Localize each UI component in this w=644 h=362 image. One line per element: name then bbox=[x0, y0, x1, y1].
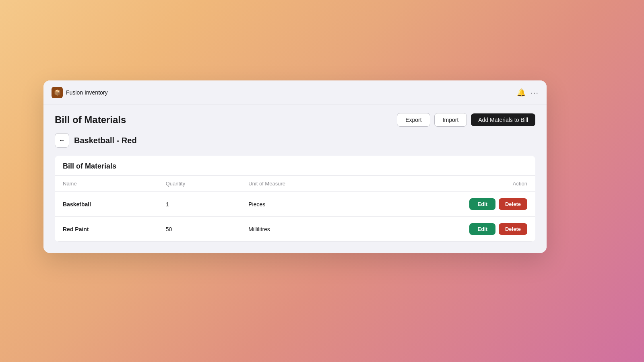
app-icon-symbol: 📦 bbox=[54, 89, 61, 96]
col-header-name: Name bbox=[55, 176, 158, 192]
cell-name-1: Red Paint bbox=[55, 217, 158, 242]
cell-unit-1: Millilitres bbox=[240, 217, 363, 242]
bell-icon[interactable]: 🔔 bbox=[517, 88, 526, 97]
action-buttons-1: Edit Delete bbox=[372, 223, 527, 235]
cell-name-0: Basketball bbox=[55, 192, 158, 217]
cell-action-0: Edit Delete bbox=[363, 192, 535, 217]
edit-button-1[interactable]: Edit bbox=[469, 223, 495, 235]
app-icon: 📦 bbox=[52, 87, 63, 98]
back-arrow-icon: ← bbox=[59, 137, 65, 144]
titlebar: 📦 Fusion Inventory 🔔 ··· bbox=[43, 80, 547, 105]
content-area: ← Basketball - Red Bill of Materials Nam… bbox=[43, 133, 547, 253]
delete-button-1[interactable]: Delete bbox=[499, 223, 527, 235]
col-header-unit: Unit of Measure bbox=[240, 176, 363, 192]
product-title: Basketball - Red bbox=[74, 136, 137, 145]
add-materials-button[interactable]: Add Materials to Bill bbox=[471, 113, 535, 126]
cell-quantity-1: 50 bbox=[158, 217, 240, 242]
page-title: Bill of Materials bbox=[55, 114, 126, 125]
col-header-quantity: Quantity bbox=[158, 176, 240, 192]
import-button[interactable]: Import bbox=[434, 113, 467, 127]
cell-unit-0: Pieces bbox=[240, 192, 363, 217]
action-buttons-0: Edit Delete bbox=[372, 198, 527, 210]
titlebar-left: 📦 Fusion Inventory bbox=[52, 87, 108, 98]
app-title: Fusion Inventory bbox=[66, 89, 108, 96]
more-options-icon[interactable]: ··· bbox=[530, 88, 539, 97]
table-row: Red Paint 50 Millilitres Edit Delete bbox=[55, 217, 535, 242]
bom-section: Bill of Materials Name Quantity Unit of … bbox=[55, 156, 535, 242]
back-section: ← Basketball - Red bbox=[55, 133, 535, 148]
table-header-row: Name Quantity Unit of Measure Action bbox=[55, 176, 535, 192]
bom-table: Name Quantity Unit of Measure Action Bas… bbox=[55, 175, 535, 242]
edit-button-0[interactable]: Edit bbox=[469, 198, 495, 210]
cell-action-1: Edit Delete bbox=[363, 217, 535, 242]
back-button[interactable]: ← bbox=[55, 133, 69, 148]
app-window: 📦 Fusion Inventory 🔔 ··· Bill of Materia… bbox=[43, 80, 547, 253]
bom-section-title: Bill of Materials bbox=[55, 156, 535, 175]
page-header: Bill of Materials Export Import Add Mate… bbox=[43, 105, 547, 133]
cell-quantity-0: 1 bbox=[158, 192, 240, 217]
delete-button-0[interactable]: Delete bbox=[499, 198, 527, 210]
col-header-action: Action bbox=[363, 176, 535, 192]
header-actions: Export Import Add Materials to Bill bbox=[397, 113, 535, 127]
titlebar-right: 🔔 ··· bbox=[517, 88, 539, 97]
export-button[interactable]: Export bbox=[397, 113, 430, 127]
table-row: Basketball 1 Pieces Edit Delete bbox=[55, 192, 535, 217]
